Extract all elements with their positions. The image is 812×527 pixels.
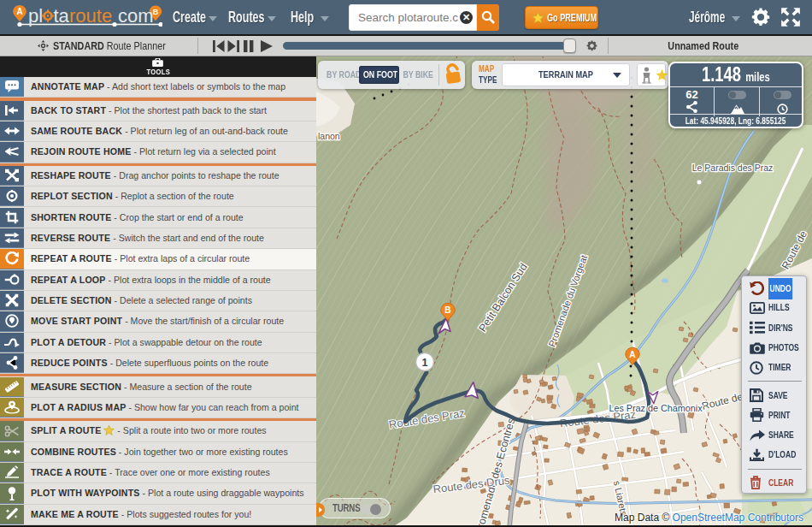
svg-text:pl: pl — [28, 5, 43, 27]
svg-text:B: B — [444, 305, 450, 315]
svg-text:A: A — [629, 350, 636, 359]
svg-text:ta: ta — [54, 5, 70, 27]
svg-text:A: A — [16, 7, 22, 16]
svg-text:com: com — [118, 5, 154, 27]
svg-text:1: 1 — [422, 357, 428, 369]
svg-text:B: B — [153, 8, 159, 16]
svg-text:Les Praz de Chamonix: Les Praz de Chamonix — [609, 403, 703, 413]
svg-text:lanon: lanon — [318, 131, 340, 141]
svg-text:route: route — [69, 5, 112, 27]
svg-text:Le Paradis des Praz: Le Paradis des Praz — [692, 163, 774, 173]
